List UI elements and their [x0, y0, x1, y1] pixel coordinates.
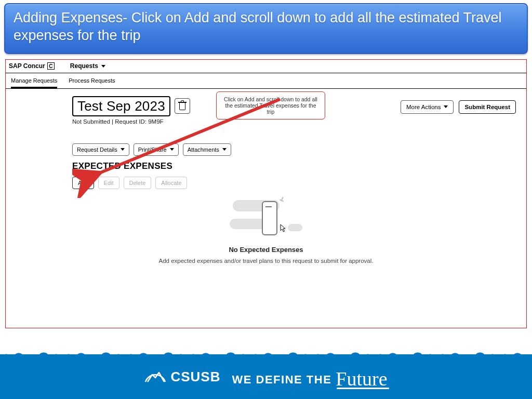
brand-text: SAP Concur — [9, 62, 45, 70]
expense-actions: Add Edit Delete Allocate — [72, 177, 517, 189]
request-details-dropdown[interactable]: Request Details — [72, 143, 129, 156]
tab-process-requests[interactable]: Process Requests — [69, 77, 115, 88]
chevron-down-icon — [222, 148, 227, 151]
edit-button: Edit — [98, 177, 119, 189]
empty-illustration-icon — [230, 198, 302, 240]
instruction-callout: Click on Add and scroll down to add all … — [216, 91, 325, 119]
empty-title: No Expected Expenses — [6, 246, 526, 254]
tagline-a: WE DEFINE THE — [232, 373, 331, 387]
request-id-label: Request ID: — [115, 118, 148, 125]
status-text: Not Submitted — [72, 118, 110, 125]
csusb-logo: CSUSB — [144, 369, 220, 385]
dropdown-label: Request Details — [77, 147, 117, 153]
screenshot-frame: SAP Concur C Requests Manage Requests Pr… — [5, 59, 527, 328]
submit-request-button[interactable]: Submit Request — [459, 100, 516, 114]
request-id: 9M9F — [148, 118, 163, 125]
dropdown-label: Print/Share — [138, 147, 167, 153]
add-button[interactable]: Add — [72, 177, 94, 189]
brand-badge-icon: C — [47, 62, 55, 70]
sub-tabs: Manage Requests Process Requests — [6, 73, 526, 89]
menu-label: Requests — [70, 62, 98, 70]
tagline: WE DEFINE THE Future — [232, 365, 387, 388]
section-title: EXPECTED EXPENSES — [72, 161, 517, 171]
separator: | — [110, 118, 115, 125]
cursor-icon — [280, 224, 286, 232]
chevron-down-icon — [444, 105, 448, 108]
trash-icon — [179, 102, 186, 110]
chevron-down-icon — [101, 65, 105, 68]
delete-button: Delete — [124, 177, 152, 189]
button-label: More Actions — [406, 104, 441, 110]
more-actions-button[interactable]: More Actions — [401, 100, 454, 114]
tab-manage-requests[interactable]: Manage Requests — [11, 77, 57, 88]
attachments-dropdown[interactable]: Attachments — [183, 143, 231, 156]
org-name: CSUSB — [170, 369, 220, 385]
empty-state: No Expected Expenses Add expected expens… — [6, 198, 526, 265]
request-title[interactable]: Test Sep 2023 — [72, 96, 170, 116]
right-actions: More Actions Submit Request — [401, 100, 516, 114]
slide-header: Adding Expenses- Click on Add and scroll… — [4, 3, 528, 54]
top-nav: SAP Concur C Requests — [6, 60, 526, 73]
empty-subtitle: Add expected expenses and/or travel plan… — [6, 257, 526, 265]
footer-band: CSUSB WE DEFINE THE Future — [0, 354, 532, 399]
toolbar: Request Details Print/Share Attachments — [72, 143, 517, 156]
page-body: Test Sep 2023 Not Submitted | Request ID… — [6, 89, 526, 328]
dropdown-label: Attachments — [188, 147, 219, 153]
chevron-down-icon — [170, 148, 174, 151]
menu-requests[interactable]: Requests — [70, 62, 105, 70]
chevron-down-icon — [121, 148, 125, 151]
delete-request-button[interactable] — [175, 98, 190, 114]
brand: SAP Concur C — [9, 62, 55, 70]
allocate-button: Allocate — [155, 177, 187, 189]
print-share-dropdown[interactable]: Print/Share — [134, 143, 179, 156]
tagline-b: Future — [336, 367, 387, 390]
mountain-icon — [144, 370, 166, 383]
